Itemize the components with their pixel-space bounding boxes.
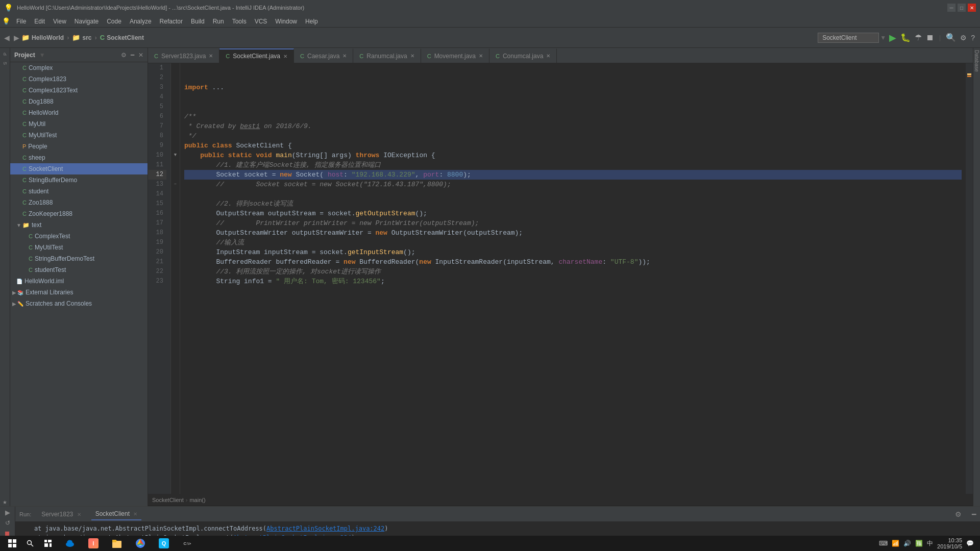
tree-item-complex1823text[interactable]: C Complex1823Text xyxy=(10,85,148,96)
close-panel-icon[interactable]: ✕ xyxy=(138,52,143,59)
fold-arrow-line10[interactable]: ▼ xyxy=(174,151,177,160)
tab-close-icon[interactable]: ✕ xyxy=(410,53,414,59)
tree-item-student[interactable]: C student xyxy=(10,186,148,197)
tree-item-dog1888[interactable]: C Dog1888 xyxy=(10,96,148,107)
tree-item-people[interactable]: P People xyxy=(10,141,148,152)
tree-item-scratches[interactable]: ▶ ✏️ Scratches and Consoles xyxy=(10,298,148,309)
tab-caesar[interactable]: C Caesar.java ✕ xyxy=(294,48,353,63)
menu-analyze[interactable]: Analyze xyxy=(126,17,156,26)
tab-close-icon[interactable]: ✕ xyxy=(209,53,213,59)
run-minimize-icon[interactable]: ━ xyxy=(972,510,976,518)
taskbar-app-edge[interactable] xyxy=(59,536,81,550)
titlebar: 💡 HelloWorld [C:\Users\Administrator\Ide… xyxy=(0,0,980,15)
run-button[interactable]: ▶ xyxy=(888,31,897,44)
coverage-button[interactable]: ☂ xyxy=(914,32,923,43)
menu-navigate[interactable]: Navigate xyxy=(70,17,103,26)
taskbar-app-chrome[interactable] xyxy=(129,536,152,550)
breadcrumb-class[interactable]: SocketClient xyxy=(152,497,184,503)
tab-close-icon[interactable]: ✕ xyxy=(479,53,483,59)
menu-code[interactable]: Code xyxy=(103,17,126,26)
menu-view[interactable]: View xyxy=(49,17,70,26)
run-tab-close-icon[interactable]: ✕ xyxy=(133,511,137,517)
collapse-icon[interactable]: ━ xyxy=(131,52,134,59)
taskbar-app-explorer[interactable] xyxy=(106,536,128,550)
tree-item-text-folder[interactable]: ▼ 📁 text xyxy=(10,219,148,231)
stop-button[interactable]: ⏹ xyxy=(925,32,935,43)
code-editor[interactable]: 1 2 3 4 5 6 7 8 9 10 11 12 13 14 15 16 1… xyxy=(148,63,973,494)
menu-file[interactable]: File xyxy=(12,17,30,26)
run-configuration[interactable]: SocketClient xyxy=(818,33,879,43)
sys-network-icon[interactable]: 📶 xyxy=(892,540,899,547)
sys-lang-icon[interactable]: 🈯 xyxy=(915,540,923,547)
left-icon-project[interactable]: P xyxy=(1,50,9,58)
gear-icon[interactable]: ⚙ xyxy=(121,52,127,59)
run-settings-icon[interactable]: ⚙ xyxy=(955,510,962,518)
menu-help[interactable]: Help xyxy=(301,17,322,26)
tab-server1823[interactable]: C Server1823.java ✕ xyxy=(148,48,219,63)
taskbar-app-intellij[interactable]: I xyxy=(82,536,105,550)
maximize-button[interactable]: □ xyxy=(958,4,966,12)
tree-item-complextest[interactable]: C ComplexTest xyxy=(10,231,148,242)
tree-item-myutiltest[interactable]: C MyUtilTest xyxy=(10,130,148,141)
menu-vcs[interactable]: VCS xyxy=(251,17,272,26)
tab-close-icon[interactable]: ✕ xyxy=(546,53,550,59)
breadcrumb-method[interactable]: main() xyxy=(189,497,205,503)
run-tab-close-icon[interactable]: ✕ xyxy=(77,512,81,517)
tree-item-myutil[interactable]: C MyUtil xyxy=(10,118,148,130)
tab-movement[interactable]: C Movement.java ✕ xyxy=(421,48,489,63)
tree-item-complex1823[interactable]: C Complex1823 xyxy=(10,73,148,85)
notification-icon[interactable]: 💬 xyxy=(966,540,974,547)
taskbar-app-cmd[interactable]: C:\> xyxy=(176,536,199,550)
menu-tools[interactable]: Tools xyxy=(228,17,251,26)
start-button[interactable] xyxy=(2,536,22,550)
tab-socketclient[interactable]: C SocketClient.java ✕ xyxy=(219,48,294,63)
sys-keyboard-icon[interactable]: ⌨ xyxy=(879,540,888,547)
menu-refactor[interactable]: Refactor xyxy=(156,17,187,26)
search-everywhere-button[interactable]: 🔍 xyxy=(945,32,957,43)
run-play-icon[interactable]: ▶ xyxy=(5,509,10,516)
menu-run[interactable]: Run xyxy=(209,17,228,26)
tree-item-helloworld[interactable]: C HelloWorld xyxy=(10,107,148,118)
tree-item-stringbufferdemo[interactable]: C StringBufferDemo xyxy=(10,174,148,186)
titlebar-controls[interactable]: ─ □ ✕ xyxy=(947,4,976,12)
run-config-dropdown[interactable]: ▼ xyxy=(880,34,886,41)
sys-ime-icon[interactable]: 中 xyxy=(927,539,933,548)
forward-icon[interactable]: ▶ xyxy=(14,34,19,42)
tree-item-stringbufferdemotest[interactable]: C StringBufferDemoTest xyxy=(10,253,148,264)
tab-close-icon[interactable]: ✕ xyxy=(283,54,287,59)
debug-button[interactable]: 🐛 xyxy=(899,32,912,43)
tree-item-studenttest[interactable]: C studentTest xyxy=(10,264,148,276)
code-content[interactable]: import ... /** * Created by besti on 201… xyxy=(180,63,966,494)
menu-build[interactable]: Build xyxy=(187,17,209,26)
tree-item-socketclient[interactable]: C SocketClient xyxy=(10,163,148,174)
menu-edit[interactable]: Edit xyxy=(30,17,49,26)
help-button[interactable]: ? xyxy=(970,33,976,43)
task-view-button[interactable] xyxy=(38,536,58,550)
tree-item-myutiltest2[interactable]: C MyUtilTest xyxy=(10,242,148,253)
taskbar-app-qq[interactable]: Q xyxy=(153,536,175,550)
tab-ranumcal[interactable]: C Ranumcal.java ✕ xyxy=(353,48,421,63)
settings-button[interactable]: ⚙ xyxy=(959,33,968,43)
left-icon-favorites[interactable]: ★ xyxy=(1,498,9,506)
tab-conumcal[interactable]: C Conumcal.java ✕ xyxy=(489,48,557,63)
minimize-button[interactable]: ─ xyxy=(947,4,955,12)
left-icon-structure[interactable]: S xyxy=(1,59,9,67)
search-button[interactable] xyxy=(22,536,38,550)
tab-close-icon[interactable]: ✕ xyxy=(342,53,347,59)
run-tab-socketclient[interactable]: SocketClient ✕ xyxy=(91,508,142,520)
tree-item-zoo1888[interactable]: C Zoo1888 xyxy=(10,197,148,208)
tree-item-sheep[interactable]: C sheep xyxy=(10,152,148,163)
run-tab-server1823[interactable]: Server1823 ✕ xyxy=(37,509,85,520)
tree-item-zookeeper1888[interactable]: C ZooKeeper1888 xyxy=(10,208,148,219)
run-rerun-icon[interactable]: ↺ xyxy=(5,519,10,527)
tree-item-helloworld-iml[interactable]: 📄 HelloWorld.iml xyxy=(10,276,148,287)
sys-sound-icon[interactable]: 🔊 xyxy=(903,540,911,547)
back-icon[interactable]: ◀ xyxy=(4,34,10,42)
menu-window[interactable]: Window xyxy=(271,17,301,26)
tree-item-external-libs[interactable]: ▶ 📚 External Libraries xyxy=(10,287,148,298)
tree-item-complex[interactable]: C Complex xyxy=(10,62,148,73)
database-icon[interactable]: Database xyxy=(974,50,979,72)
run-link[interactable]: AbstractPlainSocketImpl.java:242 xyxy=(266,525,384,532)
close-button[interactable]: ✕ xyxy=(968,4,976,12)
system-clock[interactable]: 10:35 2019/10/5 xyxy=(937,537,962,549)
